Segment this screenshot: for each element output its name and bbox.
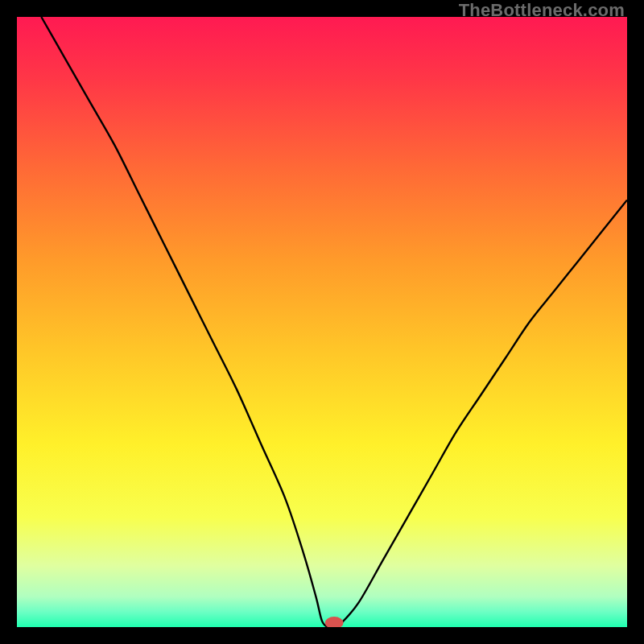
watermark-text: TheBottleneck.com	[459, 0, 625, 21]
bottleneck-chart	[17, 17, 627, 627]
minimum-marker	[326, 617, 343, 627]
chart-frame: TheBottleneck.com	[0, 0, 644, 644]
plot-background	[17, 17, 627, 627]
